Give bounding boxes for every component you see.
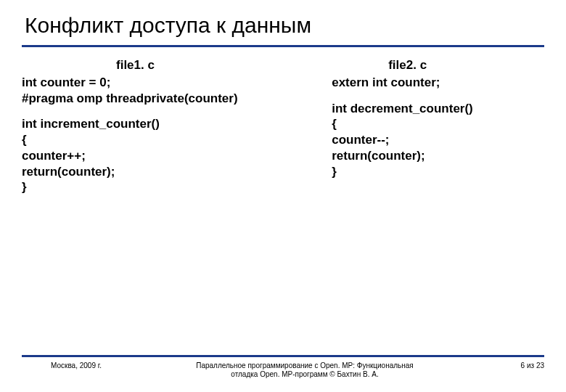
code-line: extern int counter;	[332, 75, 562, 91]
slide: Конфликт доступа к данным file1. c int c…	[0, 0, 566, 392]
footer-center-line2: отладка Open. MP-программ © Бахтин В. А.	[152, 370, 457, 379]
file2-function: int decrement_counter() { counter--; ret…	[332, 101, 562, 180]
file1-declarations: int counter = 0; #pragma omp threadpriva…	[22, 75, 314, 107]
code-line: int counter = 0;	[22, 75, 314, 91]
code-line: return(counter);	[22, 164, 314, 180]
code-line: counter++;	[22, 148, 314, 164]
code-line: {	[332, 116, 562, 132]
file1-function: int increment_counter() { counter++; ret…	[22, 116, 314, 195]
right-column: file2. c extern int counter; int decreme…	[332, 57, 562, 205]
footer-left: Москва, 2009 г.	[22, 362, 152, 369]
footer-page-number: 6 из 23	[457, 362, 544, 369]
code-line: counter--;	[332, 132, 562, 148]
left-column: file1. c int counter = 0; #pragma omp th…	[22, 57, 314, 205]
slide-title: Конфликт доступа к данным	[22, 13, 544, 47]
code-line: int increment_counter()	[22, 116, 314, 132]
code-line: }	[22, 179, 314, 195]
page-sep: из	[525, 362, 536, 369]
code-line: #pragma omp threadprivate(counter)	[22, 91, 314, 107]
file2-declarations: extern int counter;	[332, 75, 562, 91]
code-line: }	[332, 164, 562, 180]
footer: Москва, 2009 г. Параллельное программиро…	[22, 355, 544, 379]
file2-name: file2. c	[332, 57, 562, 73]
content-area: file1. c int counter = 0; #pragma omp th…	[22, 57, 544, 205]
footer-center: Параллельное программирование с Open. MP…	[152, 362, 457, 379]
code-line: int decrement_counter()	[332, 101, 562, 117]
code-line: {	[22, 132, 314, 148]
footer-center-line1: Параллельное программирование с Open. MP…	[152, 362, 457, 370]
file1-name: file1. c	[22, 57, 314, 73]
code-line: return(counter);	[332, 148, 562, 164]
page-total: 23	[536, 362, 544, 369]
